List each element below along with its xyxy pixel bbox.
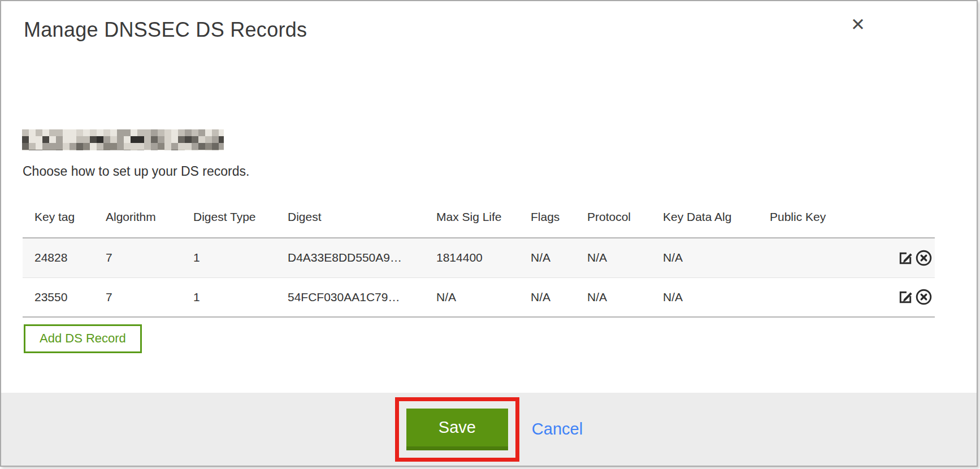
edit-icon bbox=[897, 249, 914, 267]
cell-public-key bbox=[770, 277, 890, 317]
column-header-digest-type: Digest Type bbox=[193, 203, 288, 238]
cancel-link[interactable]: Cancel bbox=[532, 420, 583, 438]
cell-algorithm: 7 bbox=[106, 238, 193, 277]
delete-record-button[interactable] bbox=[915, 288, 933, 306]
column-header-algorithm: Algorithm bbox=[106, 203, 193, 238]
table-row: 24828 7 1 D4A33E8DD550A9… 1814400 N/A N/… bbox=[23, 238, 935, 277]
ds-records-table: Key tag Algorithm Digest Type Digest Max… bbox=[23, 203, 935, 318]
column-header-max-sig-life: Max Sig Life bbox=[436, 203, 531, 238]
column-header-actions bbox=[890, 203, 935, 238]
cell-digest-type: 1 bbox=[193, 277, 288, 317]
cell-algorithm: 7 bbox=[106, 277, 193, 317]
add-ds-record-button[interactable]: Add DS Record bbox=[24, 324, 142, 353]
page-title: Manage DNSSEC DS Records bbox=[24, 18, 307, 42]
column-header-key-tag: Key tag bbox=[23, 203, 106, 238]
cell-max-sig-life: 1814400 bbox=[436, 238, 531, 277]
row-actions bbox=[890, 238, 935, 277]
cell-protocol: N/A bbox=[587, 277, 663, 317]
column-header-public-key: Public Key bbox=[770, 203, 890, 238]
cell-key-tag: 23550 bbox=[23, 277, 106, 317]
edit-icon bbox=[897, 288, 914, 306]
close-icon[interactable]: ✕ bbox=[845, 12, 870, 37]
cell-digest: 54FCF030AA1C79… bbox=[288, 277, 436, 317]
table-header-row: Key tag Algorithm Digest Type Digest Max… bbox=[23, 203, 935, 238]
edit-record-button[interactable] bbox=[897, 249, 914, 267]
save-annotation-highlight: Save bbox=[395, 397, 519, 462]
cell-key-tag: 24828 bbox=[23, 238, 106, 277]
dnssec-ds-records-dialog: Manage DNSSEC DS Records ✕ Choose how to… bbox=[0, 0, 978, 467]
cell-key-data-alg: N/A bbox=[663, 238, 770, 277]
column-header-digest: Digest bbox=[288, 203, 436, 238]
ds-table-body: 24828 7 1 D4A33E8DD550A9… 1814400 N/A N/… bbox=[23, 238, 935, 317]
cell-flags: N/A bbox=[531, 238, 587, 277]
save-button[interactable]: Save bbox=[406, 409, 508, 450]
table-row: 23550 7 1 54FCF030AA1C79… N/A N/A N/A N/… bbox=[23, 277, 935, 317]
edit-record-button[interactable] bbox=[897, 288, 914, 306]
delete-record-button[interactable] bbox=[915, 249, 933, 267]
column-header-key-data-alg: Key Data Alg bbox=[663, 203, 770, 238]
cell-protocol: N/A bbox=[587, 238, 663, 277]
instruction-text: Choose how to set up your DS records. bbox=[23, 164, 249, 179]
delete-icon bbox=[915, 288, 933, 306]
cell-public-key bbox=[770, 238, 890, 277]
cell-digest: D4A33E8DD550A9… bbox=[288, 238, 436, 277]
row-actions bbox=[890, 277, 935, 317]
column-header-protocol: Protocol bbox=[587, 203, 663, 238]
footer-bar: Save Cancel bbox=[1, 393, 977, 466]
cell-key-data-alg: N/A bbox=[663, 277, 770, 317]
delete-icon bbox=[915, 249, 933, 267]
redacted-domain-name bbox=[22, 129, 224, 150]
cell-max-sig-life: N/A bbox=[436, 277, 531, 317]
cell-digest-type: 1 bbox=[193, 238, 288, 277]
column-header-flags: Flags bbox=[531, 203, 587, 238]
cell-flags: N/A bbox=[531, 277, 587, 317]
